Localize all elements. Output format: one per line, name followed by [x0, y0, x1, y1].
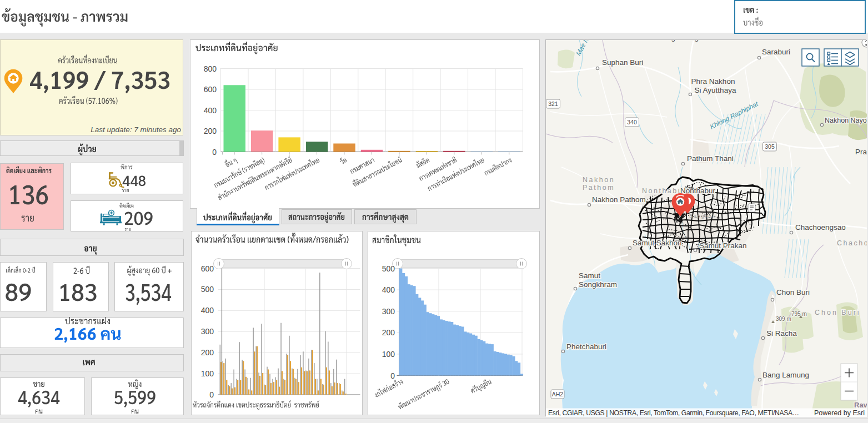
svg-text:400: 400 [382, 285, 395, 294]
svg-text:400: 400 [201, 306, 214, 315]
svg-text:500: 500 [382, 264, 395, 273]
svg-text:0: 0 [390, 371, 395, 380]
svg-text:500: 500 [201, 285, 214, 294]
svg-text:0: 0 [209, 390, 214, 399]
svg-text:300: 300 [382, 307, 395, 316]
svg-text:400: 400 [204, 106, 217, 115]
svg-text:300: 300 [201, 327, 214, 336]
svg-text:600: 600 [201, 264, 214, 273]
svg-text:100: 100 [382, 350, 395, 359]
svg-text:200: 200 [204, 127, 217, 135]
svg-text:0: 0 [212, 148, 217, 157]
svg-text:200: 200 [201, 348, 214, 357]
svg-text:800: 800 [204, 64, 217, 73]
svg-text:600: 600 [204, 85, 217, 94]
svg-text:Last update: 7 minutes ago: Last update: 7 minutes ago [91, 125, 181, 134]
svg-text:200: 200 [382, 328, 395, 337]
svg-text:100: 100 [201, 369, 214, 378]
